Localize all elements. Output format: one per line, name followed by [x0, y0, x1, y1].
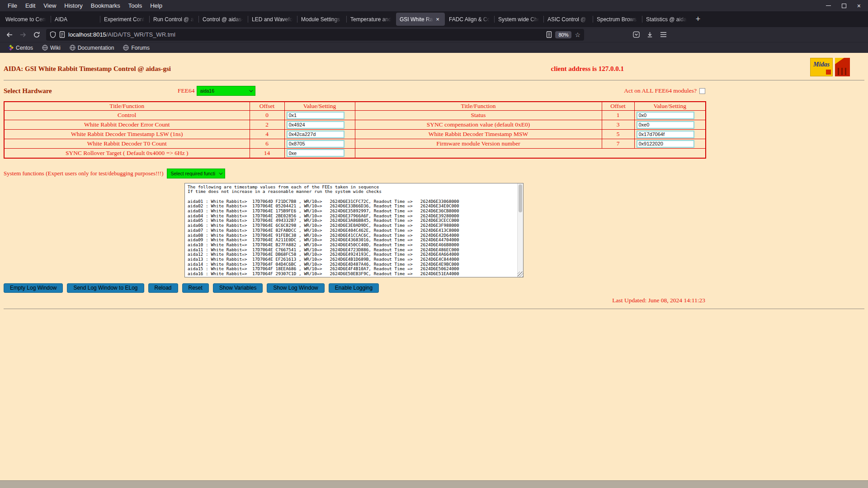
menu-file[interactable]: File	[4, 1, 21, 10]
tab-asic-control[interactable]: ASIC Control @ a	[544, 13, 593, 26]
register-offset: 3	[602, 120, 634, 130]
menu-tools[interactable]: Tools	[124, 1, 146, 10]
register-row: White Rabbit Decoder Error Count 2 SYNC …	[4, 120, 706, 130]
system-function-select[interactable]: Select required function	[167, 169, 225, 178]
register-offset: 4	[250, 130, 284, 139]
register-title: SYNC Rollover Target ( Default 0x4000 =>…	[4, 149, 250, 158]
toolbar-right-icons	[629, 28, 670, 41]
register-empty-cell	[355, 149, 706, 158]
register-offset: 5	[602, 130, 634, 139]
tab-experiment-control[interactable]: Experiment Contr	[100, 13, 149, 26]
register-title: White Rabbit Decoder Timestamp LSW (1ns)	[4, 130, 250, 139]
col-offset-left: Offset	[250, 102, 284, 111]
log-textarea[interactable]: The following are timestamp values from …	[184, 183, 524, 277]
client-address: client address is 127.0.0.1	[551, 65, 624, 73]
bookmark-wiki[interactable]: Wiki	[39, 44, 64, 52]
maximize-button[interactable]	[842, 4, 846, 8]
register-value-input[interactable]	[287, 112, 344, 119]
tab-temperature[interactable]: Temperature and	[347, 13, 396, 26]
col-offset-right: Offset	[602, 102, 634, 111]
menu-bookmarks[interactable]: Bookmarks	[87, 1, 124, 10]
tab-gsi-white-rabbit-active[interactable]: GSI White Rabb ×	[396, 13, 445, 26]
chevron-down-icon	[219, 171, 223, 174]
reader-mode-icon[interactable]	[546, 31, 552, 38]
hamburger-menu-icon	[660, 32, 667, 38]
register-value-input[interactable]	[287, 149, 344, 157]
send-log-to-elog-button[interactable]: Send Log Window to ELog	[67, 283, 144, 293]
tab-system-wide-checks[interactable]: System wide Che	[495, 13, 543, 26]
header-divider	[4, 80, 864, 80]
back-button[interactable]	[3, 28, 16, 41]
facility-logo	[835, 58, 850, 76]
tab-spectrum-browser[interactable]: Spectrum Brows	[593, 13, 642, 26]
tab-led-and-waveform[interactable]: LED and Wavefor	[248, 13, 297, 26]
menu-history[interactable]: History	[60, 1, 86, 10]
url-path: /AIDA/TS_WR/TS_WR.tml	[106, 31, 175, 38]
menu-view[interactable]: View	[39, 1, 60, 10]
register-value-input[interactable]	[637, 140, 694, 148]
register-title: SYNC compensation value (default 0xE0)	[355, 120, 602, 130]
col-title-right: Title/Function	[355, 102, 602, 111]
register-row: White Rabbit Decoder T0 Count 6 Firmware…	[4, 139, 706, 149]
bookmark-centos[interactable]: Centos	[5, 44, 36, 52]
registers-table: Title/Function Offset Value/Setting Titl…	[4, 101, 706, 159]
register-value-input[interactable]	[287, 121, 344, 129]
reset-button[interactable]: Reset	[182, 283, 209, 293]
centos-logo-icon	[8, 45, 14, 51]
reload-page-button[interactable]: Reload	[148, 283, 178, 293]
navigation-toolbar: localhost:8015/AIDA/TS_WR/TS_WR.tml 80% …	[0, 27, 868, 42]
action-buttons-row: Empty Log Window Send Log Window to ELog…	[4, 283, 864, 293]
page-header: AIDA: GSI White Rabbit Timestamp Control…	[0, 53, 868, 80]
tab-control-aidas[interactable]: Control @ aidas-	[199, 13, 248, 26]
register-offset: 6	[250, 139, 284, 149]
fee64-group: FEE64 aida16	[178, 86, 255, 96]
reload-button[interactable]	[30, 28, 43, 41]
pocket-button[interactable]	[629, 28, 643, 41]
bookmark-documentation[interactable]: Documentation	[66, 44, 118, 52]
enable-logging-button[interactable]: Enable Logging	[329, 283, 379, 293]
tab-statistics[interactable]: Statistics @ aidas	[642, 13, 691, 26]
menu-edit[interactable]: Edit	[21, 1, 39, 10]
bookmarks-bar: Centos Wiki Documentation Forums	[0, 42, 868, 53]
tab-fadc-align[interactable]: FADC Align & Co	[445, 13, 494, 26]
tab-aida[interactable]: AIDA	[51, 13, 100, 26]
register-title: White Rabbit Decoder Error Count	[4, 120, 250, 130]
register-value-input[interactable]	[637, 112, 694, 119]
app-menu-button[interactable]	[656, 28, 670, 41]
textarea-resize-grip-icon[interactable]	[518, 272, 523, 277]
page-info-icon[interactable]	[59, 31, 65, 38]
pocket-icon	[633, 31, 640, 38]
downloads-button[interactable]	[643, 28, 656, 41]
register-value-input[interactable]	[637, 131, 694, 138]
bookmark-forums[interactable]: Forums	[120, 44, 153, 52]
window-controls: ×	[826, 4, 868, 8]
register-value-input[interactable]	[287, 140, 344, 148]
empty-log-window-button[interactable]: Empty Log Window	[4, 283, 63, 293]
show-variables-button[interactable]: Show Variables	[213, 283, 263, 293]
close-window-button[interactable]: ×	[857, 4, 861, 8]
act-all-checkbox[interactable]	[699, 88, 705, 94]
menu-help[interactable]: Help	[146, 1, 166, 10]
show-log-window-button[interactable]: Show Log Window	[267, 283, 324, 293]
last-updated-text: Last Updated: June 08, 2024 14:11:23	[4, 297, 705, 304]
tab-close-icon[interactable]: ×	[434, 16, 441, 23]
tab-module-settings[interactable]: Module Settings	[297, 13, 346, 26]
register-title: Control	[4, 111, 250, 120]
log-scrollbar-thumb[interactable]	[519, 184, 522, 212]
new-tab-button[interactable]: +	[692, 14, 704, 25]
tab-run-control[interactable]: Run Control @ ai	[150, 13, 198, 26]
minimize-button[interactable]	[826, 5, 831, 6]
register-value-input[interactable]	[287, 131, 344, 138]
bookmark-star-icon[interactable]: ☆	[575, 31, 580, 38]
url-bar[interactable]: localhost:8015/AIDA/TS_WR/TS_WR.tml 80% …	[46, 29, 584, 41]
midas-seal-icon	[826, 70, 831, 75]
zoom-level-button[interactable]: 80%	[555, 31, 571, 38]
page-content: AIDA: GSI White Rabbit Timestamp Control…	[0, 53, 868, 480]
register-value-input[interactable]	[637, 121, 694, 129]
system-functions-row: System functions (Expert users only for …	[4, 169, 864, 178]
fee64-select[interactable]: aida16	[197, 86, 255, 96]
tab-welcome-to-centos[interactable]: Welcome to Cent	[2, 13, 51, 26]
forward-button[interactable]	[16, 28, 30, 41]
log-scrollbar[interactable]	[517, 183, 523, 277]
url-text[interactable]: localhost:8015/AIDA/TS_WR/TS_WR.tml	[68, 31, 543, 38]
